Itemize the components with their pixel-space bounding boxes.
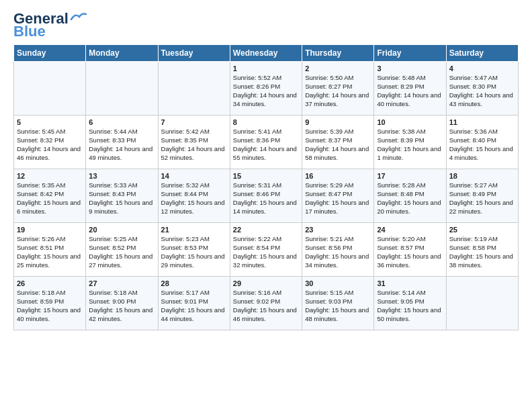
- day-cell: 21Sunrise: 5:23 AM Sunset: 8:53 PM Dayli…: [158, 223, 230, 277]
- week-row-2: 5Sunrise: 5:45 AM Sunset: 8:32 PM Daylig…: [14, 116, 519, 169]
- day-cell: 4Sunrise: 5:47 AM Sunset: 8:30 PM Daylig…: [446, 62, 518, 116]
- day-cell: 25Sunrise: 5:19 AM Sunset: 8:58 PM Dayli…: [446, 223, 518, 277]
- logo: General Blue: [13, 11, 87, 39]
- day-number: 19: [17, 226, 83, 234]
- day-cell: 18Sunrise: 5:27 AM Sunset: 8:49 PM Dayli…: [446, 169, 518, 223]
- day-number: 25: [449, 226, 515, 234]
- day-cell: 11Sunrise: 5:36 AM Sunset: 8:40 PM Dayli…: [446, 116, 518, 169]
- day-cell: 19Sunrise: 5:26 AM Sunset: 8:51 PM Dayli…: [14, 223, 86, 277]
- day-number: 7: [161, 118, 227, 126]
- day-cell: 28Sunrise: 5:17 AM Sunset: 9:01 PM Dayli…: [158, 277, 230, 330]
- day-info: Sunrise: 5:23 AM Sunset: 8:53 PM Dayligh…: [161, 235, 227, 269]
- day-info: Sunrise: 5:48 AM Sunset: 8:29 PM Dayligh…: [377, 74, 443, 108]
- day-cell: 14Sunrise: 5:32 AM Sunset: 8:44 PM Dayli…: [158, 169, 230, 223]
- day-cell: 13Sunrise: 5:33 AM Sunset: 8:43 PM Dayli…: [86, 169, 158, 223]
- col-header-monday: Monday: [86, 45, 158, 62]
- day-info: Sunrise: 5:42 AM Sunset: 8:35 PM Dayligh…: [161, 128, 227, 162]
- day-info: Sunrise: 5:15 AM Sunset: 9:03 PM Dayligh…: [305, 289, 371, 323]
- day-cell: 1Sunrise: 5:52 AM Sunset: 8:26 PM Daylig…: [230, 62, 302, 116]
- day-number: 18: [449, 172, 515, 180]
- day-cell: 12Sunrise: 5:35 AM Sunset: 8:42 PM Dayli…: [14, 169, 86, 223]
- day-number: 2: [305, 64, 371, 73]
- day-number: 30: [305, 279, 371, 287]
- day-number: 4: [449, 64, 515, 73]
- page: General Blue SundayMondayTuesdayWednesda…: [0, 0, 532, 411]
- day-cell: 10Sunrise: 5:38 AM Sunset: 8:39 PM Dayli…: [374, 116, 446, 169]
- day-info: Sunrise: 5:17 AM Sunset: 9:01 PM Dayligh…: [161, 289, 227, 323]
- day-info: Sunrise: 5:47 AM Sunset: 8:30 PM Dayligh…: [449, 74, 515, 108]
- day-number: 9: [305, 118, 371, 126]
- day-number: 29: [233, 279, 299, 287]
- day-number: 16: [305, 172, 371, 180]
- day-info: Sunrise: 5:16 AM Sunset: 9:02 PM Dayligh…: [233, 289, 299, 323]
- day-info: Sunrise: 5:45 AM Sunset: 8:32 PM Dayligh…: [17, 128, 83, 162]
- day-cell: 9Sunrise: 5:39 AM Sunset: 8:37 PM Daylig…: [302, 116, 374, 169]
- day-number: 5: [17, 118, 83, 126]
- day-cell: 22Sunrise: 5:22 AM Sunset: 8:54 PM Dayli…: [230, 223, 302, 277]
- day-number: 12: [17, 172, 83, 180]
- day-number: 26: [17, 279, 83, 287]
- day-number: 13: [89, 172, 154, 180]
- day-info: Sunrise: 5:25 AM Sunset: 8:52 PM Dayligh…: [89, 235, 154, 269]
- day-cell: 29Sunrise: 5:16 AM Sunset: 9:02 PM Dayli…: [230, 277, 302, 330]
- day-cell: 16Sunrise: 5:29 AM Sunset: 8:47 PM Dayli…: [302, 169, 374, 223]
- day-info: Sunrise: 5:35 AM Sunset: 8:42 PM Dayligh…: [17, 181, 83, 216]
- day-number: 24: [377, 226, 443, 234]
- day-cell: 8Sunrise: 5:41 AM Sunset: 8:36 PM Daylig…: [230, 116, 302, 169]
- col-header-tuesday: Tuesday: [158, 45, 230, 62]
- day-info: Sunrise: 5:20 AM Sunset: 8:57 PM Dayligh…: [377, 235, 443, 269]
- day-cell: [14, 62, 86, 116]
- day-info: Sunrise: 5:26 AM Sunset: 8:51 PM Dayligh…: [17, 235, 83, 269]
- day-info: Sunrise: 5:33 AM Sunset: 8:43 PM Dayligh…: [89, 181, 154, 216]
- day-info: Sunrise: 5:50 AM Sunset: 8:27 PM Dayligh…: [305, 74, 371, 108]
- day-cell: 30Sunrise: 5:15 AM Sunset: 9:03 PM Dayli…: [302, 277, 374, 330]
- day-info: Sunrise: 5:22 AM Sunset: 8:54 PM Dayligh…: [233, 235, 299, 269]
- day-number: 20: [89, 226, 154, 234]
- day-cell: 3Sunrise: 5:48 AM Sunset: 8:29 PM Daylig…: [374, 62, 446, 116]
- day-cell: 6Sunrise: 5:44 AM Sunset: 8:33 PM Daylig…: [86, 116, 158, 169]
- day-info: Sunrise: 5:41 AM Sunset: 8:36 PM Dayligh…: [233, 128, 299, 162]
- logo-bird-icon: [70, 11, 87, 22]
- day-cell: 2Sunrise: 5:50 AM Sunset: 8:27 PM Daylig…: [302, 62, 374, 116]
- day-info: Sunrise: 5:44 AM Sunset: 8:33 PM Dayligh…: [89, 128, 154, 162]
- day-cell: [86, 62, 158, 116]
- day-number: 21: [161, 226, 227, 234]
- day-info: Sunrise: 5:39 AM Sunset: 8:37 PM Dayligh…: [305, 128, 371, 162]
- day-info: Sunrise: 5:19 AM Sunset: 8:58 PM Dayligh…: [449, 235, 515, 269]
- day-info: Sunrise: 5:52 AM Sunset: 8:26 PM Dayligh…: [233, 74, 299, 108]
- week-row-4: 19Sunrise: 5:26 AM Sunset: 8:51 PM Dayli…: [14, 223, 519, 277]
- day-number: 23: [305, 226, 371, 234]
- day-info: Sunrise: 5:31 AM Sunset: 8:46 PM Dayligh…: [233, 181, 299, 216]
- day-info: Sunrise: 5:18 AM Sunset: 8:59 PM Dayligh…: [17, 289, 83, 323]
- day-number: 11: [449, 118, 515, 126]
- day-cell: 20Sunrise: 5:25 AM Sunset: 8:52 PM Dayli…: [86, 223, 158, 277]
- week-row-5: 26Sunrise: 5:18 AM Sunset: 8:59 PM Dayli…: [14, 277, 519, 330]
- day-info: Sunrise: 5:18 AM Sunset: 9:00 PM Dayligh…: [89, 289, 154, 323]
- day-info: Sunrise: 5:32 AM Sunset: 8:44 PM Dayligh…: [161, 181, 227, 216]
- day-cell: [158, 62, 230, 116]
- day-number: 22: [233, 226, 299, 234]
- header-row: SundayMondayTuesdayWednesdayThursdayFrid…: [14, 45, 519, 62]
- day-cell: 15Sunrise: 5:31 AM Sunset: 8:46 PM Dayli…: [230, 169, 302, 223]
- day-number: 27: [89, 279, 154, 287]
- day-number: 3: [377, 64, 443, 73]
- day-cell: 5Sunrise: 5:45 AM Sunset: 8:32 PM Daylig…: [14, 116, 86, 169]
- week-row-3: 12Sunrise: 5:35 AM Sunset: 8:42 PM Dayli…: [14, 169, 519, 223]
- day-number: 15: [233, 172, 299, 180]
- day-info: Sunrise: 5:36 AM Sunset: 8:40 PM Dayligh…: [449, 128, 515, 162]
- day-number: 6: [89, 118, 154, 126]
- day-cell: 17Sunrise: 5:28 AM Sunset: 8:48 PM Dayli…: [374, 169, 446, 223]
- day-info: Sunrise: 5:38 AM Sunset: 8:39 PM Dayligh…: [377, 128, 443, 162]
- day-cell: 7Sunrise: 5:42 AM Sunset: 8:35 PM Daylig…: [158, 116, 230, 169]
- day-cell: 31Sunrise: 5:14 AM Sunset: 9:05 PM Dayli…: [374, 277, 446, 330]
- day-number: 31: [377, 279, 443, 287]
- day-info: Sunrise: 5:14 AM Sunset: 9:05 PM Dayligh…: [377, 289, 443, 323]
- week-row-1: 1Sunrise: 5:52 AM Sunset: 8:26 PM Daylig…: [14, 62, 519, 116]
- calendar-table: SundayMondayTuesdayWednesdayThursdayFrid…: [13, 44, 519, 330]
- col-header-saturday: Saturday: [446, 45, 518, 62]
- day-number: 17: [377, 172, 443, 180]
- header: General Blue: [13, 11, 519, 39]
- day-info: Sunrise: 5:29 AM Sunset: 8:47 PM Dayligh…: [305, 181, 371, 216]
- day-info: Sunrise: 5:27 AM Sunset: 8:49 PM Dayligh…: [449, 181, 515, 216]
- day-cell: 27Sunrise: 5:18 AM Sunset: 9:00 PM Dayli…: [86, 277, 158, 330]
